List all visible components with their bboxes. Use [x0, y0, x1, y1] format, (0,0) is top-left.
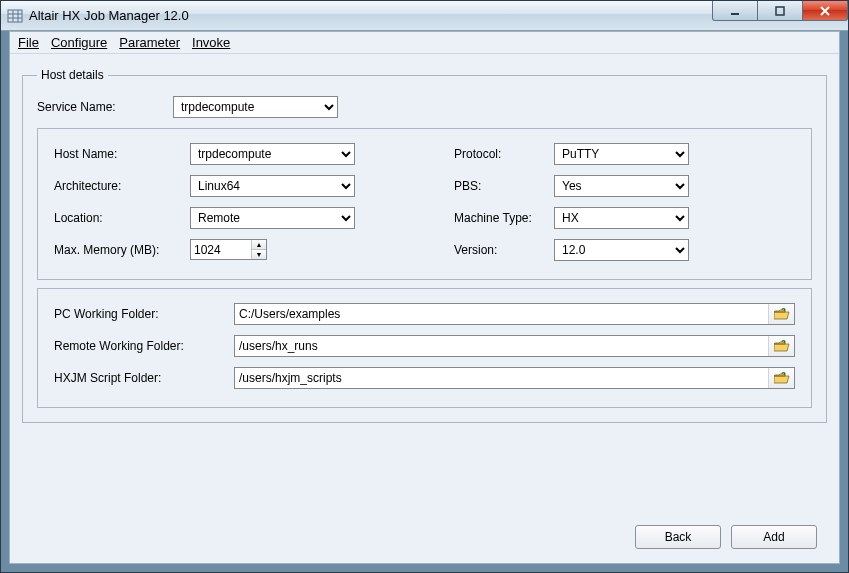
max-memory-spinner[interactable]: ▲ ▼: [190, 239, 267, 260]
maximize-button[interactable]: [757, 1, 803, 21]
service-name-select[interactable]: trpdecompute: [173, 96, 338, 118]
pbs-label: PBS:: [454, 179, 554, 193]
menu-configure[interactable]: Configure: [51, 35, 107, 50]
content: Host details Service Name: trpdecompute …: [10, 54, 839, 563]
host-config-group: Host Name: trpdecompute Architecture: Li…: [37, 128, 812, 280]
client-area: File Configure Parameter Invoke Host det…: [9, 31, 840, 564]
close-button[interactable]: [802, 1, 848, 21]
version-label: Version:: [454, 243, 554, 257]
location-select[interactable]: Remote: [190, 207, 355, 229]
machine-type-label: Machine Type:: [454, 211, 554, 225]
version-select[interactable]: 12.0: [554, 239, 689, 261]
protocol-select[interactable]: PuTTY: [554, 143, 689, 165]
menu-parameter[interactable]: Parameter: [119, 35, 180, 50]
service-name-label: Service Name:: [37, 100, 173, 114]
app-icon: [7, 8, 23, 24]
host-name-select[interactable]: trpdecompute: [190, 143, 355, 165]
folders-group: PC Working Folder:: [37, 288, 812, 408]
script-folder-input[interactable]: [235, 368, 768, 388]
dialog-buttons: Back Add: [635, 525, 817, 549]
folder-open-icon: [774, 371, 790, 385]
script-folder-browse-button[interactable]: [768, 368, 794, 388]
minimize-button[interactable]: [712, 1, 758, 21]
titlebar[interactable]: Altair HX Job Manager 12.0: [1, 1, 848, 31]
protocol-label: Protocol:: [454, 147, 554, 161]
menu-file[interactable]: File: [18, 35, 39, 50]
svg-rect-0: [8, 10, 22, 22]
menu-invoke[interactable]: Invoke: [192, 35, 230, 50]
spin-down-icon[interactable]: ▼: [252, 250, 266, 259]
script-folder-label: HXJM Script Folder:: [54, 371, 234, 385]
max-memory-label: Max. Memory (MB):: [54, 243, 190, 257]
window-title: Altair HX Job Manager 12.0: [29, 8, 189, 23]
pbs-select[interactable]: Yes: [554, 175, 689, 197]
machine-type-select[interactable]: HX: [554, 207, 689, 229]
window-controls: [713, 1, 848, 21]
spin-up-icon[interactable]: ▲: [252, 240, 266, 250]
svg-rect-5: [731, 13, 739, 15]
remote-folder-label: Remote Working Folder:: [54, 339, 234, 353]
folder-open-icon: [774, 339, 790, 353]
app-window: Altair HX Job Manager 12.0 File Configur…: [0, 0, 849, 573]
location-label: Location:: [54, 211, 190, 225]
back-button[interactable]: Back: [635, 525, 721, 549]
remote-folder-browse-button[interactable]: [768, 336, 794, 356]
folder-open-icon: [774, 307, 790, 321]
add-button[interactable]: Add: [731, 525, 817, 549]
architecture-label: Architecture:: [54, 179, 190, 193]
remote-folder-input[interactable]: [235, 336, 768, 356]
host-details-legend: Host details: [37, 68, 108, 82]
menubar: File Configure Parameter Invoke: [10, 32, 839, 54]
pc-folder-input[interactable]: [235, 304, 768, 324]
pc-folder-label: PC Working Folder:: [54, 307, 234, 321]
host-name-label: Host Name:: [54, 147, 190, 161]
svg-rect-6: [776, 7, 784, 15]
architecture-select[interactable]: Linux64: [190, 175, 355, 197]
max-memory-input[interactable]: [191, 240, 251, 259]
pc-folder-browse-button[interactable]: [768, 304, 794, 324]
host-details-group: Host details Service Name: trpdecompute …: [22, 68, 827, 423]
